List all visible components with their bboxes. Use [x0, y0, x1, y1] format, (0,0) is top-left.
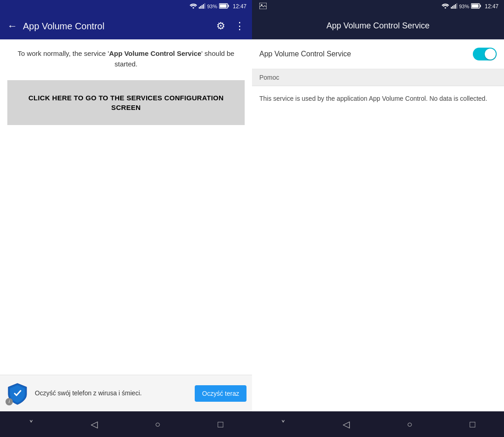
more-options-button[interactable]: ⋮ [235, 20, 245, 32]
help-description-text: This service is used by the application … [259, 95, 487, 102]
ad-info-badge: i [5, 398, 13, 405]
app-title: App Volume Control [23, 21, 211, 32]
svg-rect-3 [203, 4, 204, 9]
ad-banner: i Oczyść swój telefon z wirusa i śmieci.… [0, 375, 252, 411]
nav-home-left[interactable]: ○ [155, 419, 160, 430]
nav-back-left[interactable]: ◁ [91, 419, 98, 430]
back-button[interactable]: ← [7, 20, 17, 32]
svg-rect-7 [219, 5, 226, 8]
svg-rect-12 [454, 5, 455, 9]
nav-recent-right[interactable]: □ [470, 419, 475, 430]
right-main-content: App Volume Control Service Pomoc This se… [252, 39, 504, 411]
left-app-toolbar: ← App Volume Control ⚙ ⋮ [0, 13, 252, 39]
nav-chevron-left[interactable]: ˅ [29, 419, 33, 430]
warning-bold: App Volume Control Service [109, 49, 201, 57]
signal-icon-right [451, 3, 457, 10]
battery-icon-left [219, 3, 229, 10]
wifi-icon-right [442, 3, 449, 10]
svg-rect-6 [228, 5, 229, 7]
settings-button[interactable]: ⚙ [216, 20, 225, 32]
left-main-content: To work normally, the service 'App Volum… [0, 39, 252, 411]
nav-chevron-right[interactable]: ˅ [281, 419, 285, 430]
wifi-icon [190, 3, 197, 10]
svg-rect-10 [451, 7, 452, 9]
nav-home-right[interactable]: ○ [407, 419, 412, 430]
svg-rect-0 [199, 7, 200, 9]
right-status-icons: 93% 12:47 [442, 3, 499, 10]
right-nav-bar: ˅ ◁ ○ □ [252, 411, 504, 437]
help-section-header: Pomoc [252, 69, 504, 86]
nav-recent-left[interactable]: □ [218, 419, 223, 430]
service-toggle-switch[interactable] [473, 48, 497, 60]
svg-rect-13 [455, 4, 456, 9]
help-description: This service is used by the application … [252, 86, 504, 111]
svg-rect-11 [452, 6, 453, 9]
right-panel: 93% 12:47 App Volume Control Service App… [252, 0, 504, 437]
battery-icon-right [471, 3, 481, 10]
svg-rect-14 [456, 3, 457, 9]
svg-rect-4 [204, 3, 205, 9]
service-toggle-row: App Volume Control Service [252, 39, 504, 69]
ad-text: Oczyść swój telefon z wirusa i śmieci. [35, 389, 189, 398]
right-status-bar: 93% 12:47 [252, 0, 504, 13]
service-warning: To work normally, the service 'App Volum… [7, 49, 245, 69]
svg-rect-16 [480, 5, 481, 7]
ad-icon-container: i [5, 382, 29, 405]
ad-clean-button[interactable]: Oczyść teraz [195, 385, 247, 402]
nav-back-right[interactable]: ◁ [343, 419, 350, 430]
svg-rect-1 [200, 6, 201, 9]
right-app-toolbar: App Volume Control Service [252, 13, 504, 39]
battery-text-left: 93% [207, 4, 217, 9]
left-panel: 93% 12:47 ← App Volume Control ⚙ ⋮ To wo… [0, 0, 252, 437]
svg-rect-2 [202, 5, 203, 9]
svg-rect-17 [471, 5, 478, 8]
left-status-bar: 93% 12:47 [0, 0, 252, 13]
left-status-icons: 93% 12:47 [190, 3, 247, 10]
time-left: 12:47 [233, 3, 247, 10]
toggle-knob [485, 49, 496, 60]
service-toggle-label: App Volume Control Service [259, 50, 351, 58]
left-nav-bar: ˅ ◁ ○ □ [0, 411, 252, 437]
help-header-label: Pomoc [259, 74, 279, 81]
right-toolbar-title: App Volume Control Service [326, 21, 429, 31]
battery-text-right: 93% [459, 4, 469, 9]
signal-icon [199, 3, 205, 10]
config-screen-button[interactable]: CLICK HERE TO GO TO THE SERVICES CONFIGU… [7, 80, 245, 125]
warning-text-1: To work normally, the service ' [18, 49, 109, 57]
image-icon-right [259, 3, 267, 11]
time-right: 12:47 [485, 3, 499, 10]
